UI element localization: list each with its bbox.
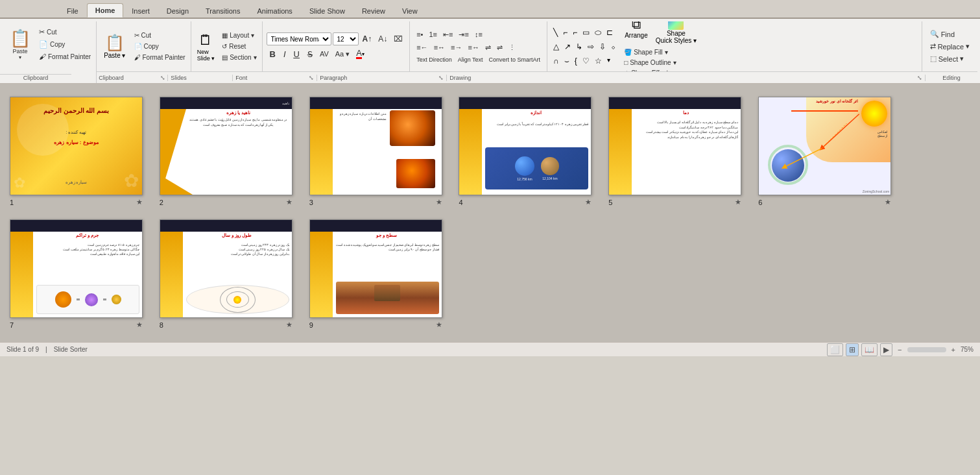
tab-review[interactable]: Review <box>353 4 394 18</box>
tab-insert[interactable]: Insert <box>123 4 158 18</box>
shape-arrow2[interactable]: ⇨ <box>586 40 596 53</box>
tab-design[interactable]: Design <box>158 4 197 18</box>
paste-dropdown-arrow[interactable]: ▾ <box>19 55 21 60</box>
tab-view[interactable]: View <box>394 4 426 18</box>
ltr-button[interactable]: ⇌ <box>494 42 505 53</box>
slideshow-view-btn[interactable]: ▶ <box>880 343 892 356</box>
shape-arrow1[interactable]: ↗ <box>562 40 573 53</box>
reading-view-btn[interactable]: 📖 <box>861 343 878 356</box>
font-aa-button[interactable]: Aa ▾ <box>333 49 353 60</box>
bold-button[interactable]: B <box>267 48 279 60</box>
zoom-in-btn[interactable]: + <box>949 345 958 355</box>
tab-home[interactable]: Home <box>87 3 124 18</box>
shape-arrow3[interactable]: ⇩ <box>597 40 608 53</box>
zoom-slider[interactable] <box>907 347 946 352</box>
shape-brace[interactable]: ∩ <box>551 55 561 67</box>
slide-footer-8: 8 ★ <box>160 321 293 329</box>
paragraph-group-label: Paragraph⤡ <box>317 75 447 81</box>
shape-bracket[interactable]: ⌐ <box>571 26 579 39</box>
shape-star[interactable]: ☆ <box>593 55 604 67</box>
new-slide-button[interactable]: 🗒 NewSlide ▾ <box>194 29 219 64</box>
align-left-button[interactable]: ≡← <box>414 42 430 53</box>
shape-diamond[interactable]: ⬦ <box>609 40 617 53</box>
shape-bent[interactable]: ↳ <box>574 40 584 53</box>
slide-item-7[interactable]: جرم و تراکم جرم زهره ۸۱.۵ درصد جرم زمین … <box>10 219 150 329</box>
arrange-button[interactable]: ⧉ Arrange <box>621 21 651 46</box>
font-color-button[interactable]: A ▾ <box>353 47 367 60</box>
shape-tri[interactable]: △ <box>551 40 561 53</box>
align-center-button[interactable]: ≡↔ <box>431 42 448 53</box>
decrease-indent-button[interactable]: ⇤≡ <box>440 29 455 40</box>
font-name-select[interactable]: Times New Roman Arial <box>267 32 331 45</box>
shape-scroll[interactable]: ⊏ <box>604 26 615 39</box>
bullets-button[interactable]: ≡• <box>414 29 425 40</box>
grow-font-button[interactable]: A↑ <box>360 33 375 45</box>
slide-item-3[interactable]: متن اطلاعات درباره سیاره زهره و مشخصات آ… <box>309 97 449 206</box>
slide-footer-6: 6 ★ <box>758 198 891 206</box>
slide-item-4[interactable]: اندازه قطر تقریبی زهره ۱۲۱۰۴ کیلومتر است… <box>459 97 599 206</box>
quick-styles-button[interactable]: Shape Quick Styles ▾ <box>652 21 700 46</box>
shape-paren[interactable]: ⌣ <box>562 55 571 67</box>
slide-sorter-view-btn[interactable]: ⊞ <box>846 343 859 356</box>
slide-item-2[interactable]: ناهید ناهید یا زهره در منظومه شمسی ما پن… <box>160 97 300 206</box>
shape-heart[interactable]: ♡ <box>580 55 592 67</box>
zoom-out-btn[interactable]: − <box>895 345 904 355</box>
slide-item-9[interactable]: سطح و جو سطح زهره توسط ابرهای ضخیم از جن… <box>309 219 449 329</box>
rtl-button[interactable]: ⇌ <box>483 42 494 53</box>
drawing-group-label: Drawing⤡ <box>447 75 926 81</box>
numbering-button[interactable]: 1≡ <box>426 29 440 40</box>
shape-corner[interactable]: ⌐ <box>561 26 569 39</box>
normal-view-btn[interactable]: ⬜ <box>827 343 843 356</box>
align-text-button[interactable]: Align Text <box>455 55 486 64</box>
shrink-font-button[interactable]: A↓ <box>376 33 390 45</box>
slide-number-5: 5 <box>608 199 612 206</box>
shape-more[interactable]: ▾ <box>605 55 612 67</box>
clear-format-button[interactable]: ⌧ <box>391 33 405 45</box>
paste-button-main[interactable]: 📋 Paste ▾ <box>99 31 130 62</box>
font-size-select[interactable]: 12 14 16 <box>333 32 359 45</box>
format-painter-button[interactable]: 🖌 Format Painter <box>36 51 93 62</box>
convert-smartart-button[interactable]: Convert to SmartArt <box>486 55 544 64</box>
shape-outline-button[interactable]: □ Shape Outline ▾ <box>621 58 700 67</box>
shape-line[interactable]: ╲ <box>551 26 560 39</box>
svg-line-2 <box>784 149 822 167</box>
copy-button[interactable]: 📄 Copy <box>36 39 93 50</box>
copy-btn[interactable]: 📄 Copy <box>132 42 188 51</box>
reset-button[interactable]: ↺ Reset <box>219 42 259 51</box>
paste-button[interactable]: 📋 Paste ▾ <box>5 24 35 66</box>
shape-fill-button[interactable]: 🪣 Shape Fill ▾ <box>621 47 700 57</box>
justify-button[interactable]: ≡↔ <box>465 42 481 53</box>
replace-button[interactable]: ⇄ Replace ▾ <box>927 41 972 52</box>
view-mode-status: Slide Sorter <box>54 346 88 353</box>
col-button[interactable]: ⋮ <box>506 42 518 53</box>
slide-item-6[interactable]: اثر گلخانه ای نور خورشید انعکاساز سطح <box>758 97 898 206</box>
italic-button[interactable]: I <box>280 48 289 60</box>
line-spacing-button[interactable]: ↕≡ <box>472 29 485 40</box>
tab-animations[interactable]: Animations <box>248 4 300 18</box>
quick-styles-icon <box>668 21 684 30</box>
slide-thumbnail-5: دما دمای سطح سیاره زهره به دلیل اثر گلخا… <box>608 97 741 195</box>
shape-oval[interactable]: ⬭ <box>593 26 603 39</box>
format-painter-btn[interactable]: 🖌 Format Painter <box>132 53 188 62</box>
select-button[interactable]: ⬚ Select ▾ <box>927 53 972 64</box>
increase-indent-button[interactable]: ⇥≡ <box>456 29 471 40</box>
cut-btn[interactable]: ✂ Cut <box>132 30 188 40</box>
tab-slideshow[interactable]: Slide Show <box>301 4 353 18</box>
find-button[interactable]: 🔍 Find <box>927 29 972 40</box>
tab-file[interactable]: File <box>58 4 87 18</box>
text-direction-button[interactable]: Text Direction <box>414 55 455 64</box>
underline-button[interactable]: U <box>291 48 303 60</box>
shape-brace2[interactable]: { <box>573 55 579 67</box>
section-button[interactable]: ▤ Section ▾ <box>219 53 259 62</box>
layout-button[interactable]: ▦ Layout ▾ <box>219 30 259 40</box>
slide-item-5[interactable]: دما دمای سطح سیاره زهره به دلیل اثر گلخا… <box>608 97 748 206</box>
shape-rect[interactable]: ▭ <box>580 26 592 39</box>
slide-star-2: ★ <box>286 198 293 206</box>
font-spacing-button[interactable]: AV <box>317 49 331 59</box>
align-right-button[interactable]: ≡→ <box>448 42 464 53</box>
slide-item-1[interactable]: ✿ ✿ بسم الله الرحمن الرحیم تهیه کننده : … <box>10 97 150 206</box>
tab-transitions[interactable]: Transitions <box>197 4 248 18</box>
cut-button[interactable]: ✂ Cut <box>36 27 93 38</box>
strikethrough-button[interactable]: S̶ <box>304 48 316 60</box>
slide-item-8[interactable]: طول روز و سال یک روز در زهره ۲۴۳ روز زمی… <box>160 219 300 329</box>
